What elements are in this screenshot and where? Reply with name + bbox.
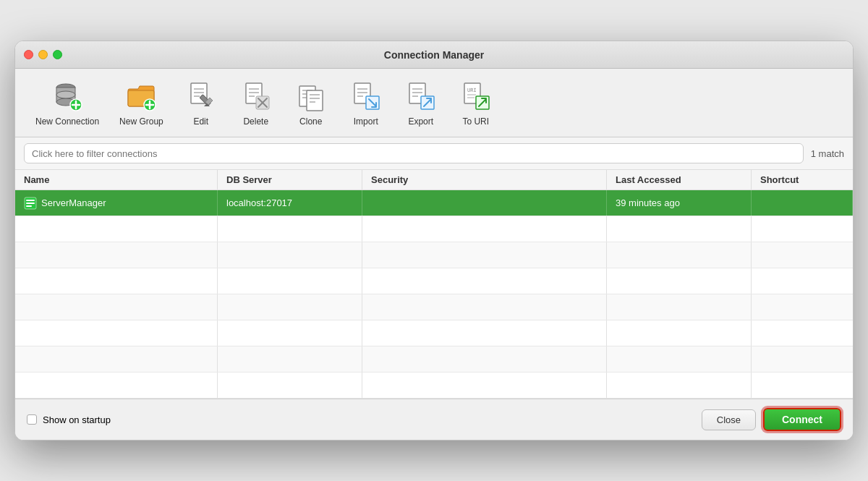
svg-text:URI: URI [467, 88, 477, 93]
edit-label: Edit [193, 116, 208, 127]
show-on-startup-label: Show on startup [43, 414, 111, 425]
delete-button[interactable]: Delete [230, 75, 282, 131]
delete-label: Delete [243, 116, 268, 127]
search-bar-row: 1 match [15, 137, 853, 170]
new-connection-label: New Connection [35, 116, 99, 127]
header-name: Name [15, 170, 218, 190]
maximize-traffic-light[interactable] [53, 50, 62, 59]
cell-security [362, 190, 607, 216]
table-row[interactable] [15, 346, 853, 373]
row-name: ServerManager [41, 197, 106, 208]
import-label: Import [354, 116, 378, 127]
cell-shortcut [752, 190, 853, 216]
to-uri-label: To URI [462, 116, 489, 127]
table-row[interactable] [15, 320, 853, 346]
cell-last-accessed: 39 minutes ago [607, 190, 752, 216]
to-uri-button[interactable]: URI To URI [450, 75, 502, 131]
header-last-accessed: Last Accessed [607, 170, 752, 190]
window-controls [24, 50, 62, 59]
new-connection-icon [50, 79, 85, 114]
match-count: 1 match [811, 148, 844, 159]
svg-rect-27 [307, 90, 323, 111]
cell-empty [218, 216, 362, 242]
cell-empty [607, 216, 752, 242]
svg-rect-50 [26, 200, 35, 201]
table-row[interactable] [15, 268, 853, 294]
clone-icon [294, 79, 328, 114]
clone-button[interactable]: Clone [285, 75, 337, 131]
connections-table: Name DB Server Security Last Accessed Sh… [15, 170, 853, 399]
show-on-startup-checkbox[interactable] [27, 414, 37, 425]
table-row[interactable] [15, 294, 853, 320]
edit-button[interactable]: Edit [175, 75, 227, 131]
cell-empty [362, 216, 607, 242]
new-group-icon [124, 79, 158, 114]
export-label: Export [408, 116, 433, 127]
svg-point-3 [56, 91, 75, 98]
title-bar: Connection Manager [15, 41, 853, 69]
table-header: Name DB Server Security Last Accessed Sh… [15, 170, 853, 190]
header-security: Security [362, 170, 607, 190]
delete-icon [239, 79, 273, 114]
table-row[interactable] [15, 216, 853, 242]
footer-right: Close Connect [702, 408, 841, 431]
connection-manager-window: Connection Manager New Connection [14, 41, 854, 440]
export-icon [404, 79, 438, 114]
connect-button[interactable]: Connect [763, 408, 841, 431]
table-row[interactable] [15, 373, 853, 399]
svg-rect-51 [26, 203, 35, 204]
cell-name: ServerManager [15, 190, 218, 216]
footer: Show on startup Close Connect [15, 399, 853, 440]
clone-label: Clone [299, 116, 322, 127]
new-group-label: New Group [119, 116, 163, 127]
toolbar: New Connection New Group [15, 69, 853, 137]
table-body: ServerManager localhost:27017 39 minutes… [15, 190, 853, 399]
svg-rect-52 [26, 205, 32, 207]
server-manager-icon [24, 197, 37, 210]
import-icon [349, 79, 383, 114]
header-db-server: DB Server [218, 170, 362, 190]
search-input[interactable] [24, 143, 804, 163]
edit-icon [184, 79, 218, 114]
minimize-traffic-light[interactable] [38, 50, 48, 59]
import-button[interactable]: Import [340, 75, 392, 131]
close-button[interactable]: Close [702, 409, 756, 430]
close-traffic-light[interactable] [24, 50, 33, 59]
new-group-button[interactable]: New Group [111, 75, 172, 131]
cell-empty [752, 216, 853, 242]
window-title: Connection Manager [384, 49, 484, 61]
cell-empty [15, 216, 218, 242]
table-row[interactable]: ServerManager localhost:27017 39 minutes… [15, 190, 853, 216]
export-button[interactable]: Export [395, 75, 447, 131]
cell-db-server: localhost:27017 [218, 190, 362, 216]
new-connection-button[interactable]: New Connection [27, 75, 108, 131]
header-shortcut: Shortcut [752, 170, 853, 190]
table-row[interactable] [15, 242, 853, 268]
to-uri-icon: URI [459, 79, 493, 114]
footer-left: Show on startup [27, 414, 111, 425]
